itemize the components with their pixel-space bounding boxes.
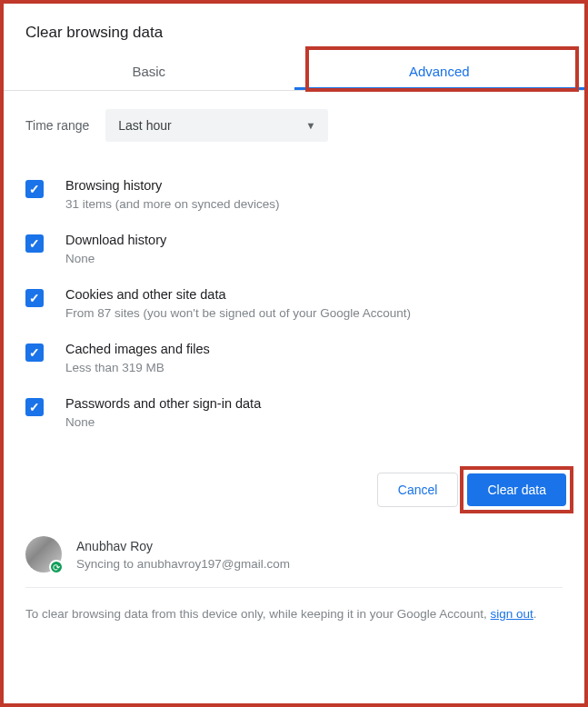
clear-data-wrap: Clear data [467,473,566,506]
tab-advanced[interactable]: Advanced [294,51,585,90]
option-subtitle: None [65,252,563,265]
option-title: Cached images and files [65,342,563,356]
time-range-label: Time range [25,118,89,133]
option-subtitle: From 87 sites (you won't be signed out o… [65,306,563,320]
option-text: Cached images and files Less than 319 MB [65,342,563,374]
account-section: ⟳ Anubhav Roy Syncing to anubhavroy197@g… [4,516,584,588]
checkbox-download-history[interactable]: ✓ [25,234,44,253]
checkbox-cached[interactable]: ✓ [25,344,44,362]
list-item: ✓ Cookies and other site data From 87 si… [25,276,563,331]
checkmark-icon: ✓ [29,345,40,360]
option-title: Browsing history [65,178,563,193]
option-subtitle: Less than 319 MB [65,361,563,374]
checkmark-icon: ✓ [29,182,40,196]
footer-text-before: To clear browsing data from this device … [25,607,491,621]
list-item: Autofill form data [25,440,563,453]
account-sync: Syncing to anubhavroy197@gmail.com [76,557,563,571]
checkbox-passwords[interactable]: ✓ [25,398,44,416]
option-text: Passwords and other sign-in data None [65,396,563,429]
options-list: ✓ Browsing history 31 items (and more on… [25,167,563,453]
time-range-value: Last hour [118,118,171,133]
sync-badge-icon: ⟳ [49,560,64,574]
sign-out-link[interactable]: sign out [491,607,533,621]
checkmark-icon: ✓ [29,236,40,251]
option-subtitle: None [65,415,563,429]
options-inner: Time range Last hour ▼ ✓ Browsing histor… [4,91,584,453]
list-item: ✓ Download history None [25,222,563,276]
checkbox-browsing-history[interactable]: ✓ [25,180,44,198]
cancel-button[interactable]: Cancel [377,473,459,507]
option-text: Cookies and other site data From 87 site… [65,287,563,320]
time-range-row: Time range Last hour ▼ [25,91,563,160]
dialog-frame: Clear browsing data Basic Advanced Time … [0,0,588,707]
tabs-row: Basic Advanced [4,51,584,91]
checkmark-icon: ✓ [29,291,40,305]
footer-note: To clear browsing data from this device … [4,588,584,641]
tab-basic[interactable]: Basic [4,51,294,90]
option-subtitle: 31 items (and more on synced devices) [65,197,563,211]
option-title: Passwords and other sign-in data [65,396,563,411]
chevron-down-icon: ▼ [305,120,315,131]
account-row: ⟳ Anubhav Roy Syncing to anubhavroy197@g… [25,529,563,588]
avatar: ⟳ [25,536,62,573]
option-title: Cookies and other site data [65,287,563,302]
dialog-title: Clear browsing data [4,4,584,51]
list-item: ✓ Passwords and other sign-in data None [25,385,563,440]
options-scroll-area[interactable]: Time range Last hour ▼ ✓ Browsing histor… [4,91,584,453]
account-text: Anubhav Roy Syncing to anubhavroy197@gma… [76,539,563,571]
option-title: Download history [65,233,563,247]
option-text: Download history None [65,233,563,265]
tab-advanced-wrap: Advanced [294,51,585,90]
account-email: anubhavroy197@gmail.com [137,557,290,571]
list-item: ✓ Browsing history 31 items (and more on… [25,167,563,222]
clear-data-button[interactable]: Clear data [467,473,566,506]
list-item: ✓ Cached images and files Less than 319 … [25,331,563,385]
button-row: Cancel Clear data [4,453,584,516]
sync-prefix: Syncing to [76,557,137,571]
time-range-select[interactable]: Last hour ▼ [105,109,328,142]
checkbox-cookies[interactable]: ✓ [25,289,44,307]
checkmark-icon: ✓ [29,400,40,414]
option-text: Browsing history 31 items (and more on s… [65,178,563,211]
footer-text-after: . [533,607,537,621]
account-name: Anubhav Roy [76,539,563,553]
